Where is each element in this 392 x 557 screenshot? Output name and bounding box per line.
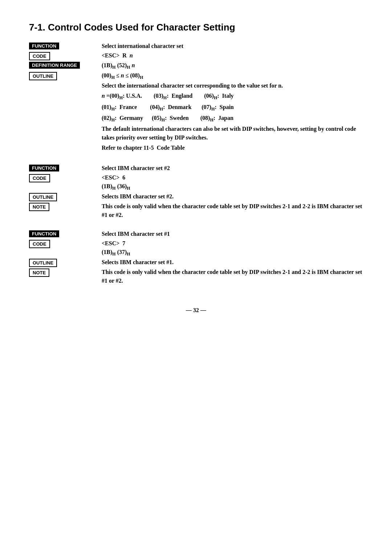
note-row-3: NOTE This code is only valid when the ch… xyxy=(29,268,363,285)
note-label-3: NOTE xyxy=(29,268,102,277)
code-badge-2: CODE xyxy=(29,174,50,182)
outline-label-2: OUTLINE xyxy=(29,192,102,201)
code-label-1: CODE xyxy=(29,51,102,60)
outline-content-3: Selects IBM character set #1. xyxy=(102,258,363,267)
function-row-3: FUNCTION Select IBM character set #1 xyxy=(29,230,363,238)
extra-content-1: Select the international character set c… xyxy=(29,81,363,154)
function-row-1: FUNCTION Select international character … xyxy=(29,42,363,51)
outline-content-1: (00)H ≤ n ≤ (08)H xyxy=(102,71,363,81)
function-content-1: Select international character set xyxy=(102,42,363,51)
outline-badge-1: OUTLINE xyxy=(29,72,57,80)
code-label-3: CODE xyxy=(29,239,102,248)
outline-row-2: OUTLINE Selects IBM character set #2. xyxy=(29,192,363,201)
code-badge-3: CODE xyxy=(29,240,50,248)
note-label-2: NOTE xyxy=(29,202,102,211)
function-badge-1: FUNCTION xyxy=(29,43,59,49)
code-row-3: CODE <ESC> 7 (1B)H (37)H xyxy=(29,239,363,257)
function-badge-2: FUNCTION xyxy=(29,165,59,171)
code-row-1: CODE <ESC> R n xyxy=(29,51,363,60)
outline-label-3: OUTLINE xyxy=(29,258,102,267)
code-content-3: <ESC> 7 (1B)H (37)H xyxy=(102,239,363,257)
function-content-3: Select IBM character set #1 xyxy=(102,230,363,238)
outline-row-1: OUTLINE (00)H ≤ n ≤ (08)H xyxy=(29,71,363,81)
section-1: FUNCTION Select international character … xyxy=(29,42,363,154)
outline-badge-3: OUTLINE xyxy=(29,259,57,267)
note-content-2: This code is only valid when the charact… xyxy=(102,202,363,219)
code-row-2: CODE <ESC> 6 (1B)H (36)H xyxy=(29,173,363,191)
function-label-2: FUNCTION xyxy=(29,164,102,171)
note-content-3: This code is only valid when the charact… xyxy=(102,268,363,285)
code-label-2: CODE xyxy=(29,173,102,182)
defrange-label-1: DEFINITION RANGE xyxy=(29,61,102,69)
code-badge-1: CODE xyxy=(29,52,50,60)
function-label-3: FUNCTION xyxy=(29,230,102,237)
defrange-row-1: DEFINITION RANGE (1B)H (52)H n xyxy=(29,61,363,70)
note-badge-3: NOTE xyxy=(29,269,49,277)
note-badge-2: NOTE xyxy=(29,203,49,211)
outline-row-3: OUTLINE Selects IBM character set #1. xyxy=(29,258,363,267)
defrange-content-1: (1B)H (52)H n xyxy=(102,61,363,70)
code-content-2: <ESC> 6 (1B)H (36)H xyxy=(102,173,363,191)
outline-label-1: OUTLINE xyxy=(29,71,102,80)
extra-text-1: Select the international character set c… xyxy=(102,81,363,154)
code-content-1: <ESC> R n xyxy=(102,51,363,60)
section-2: FUNCTION Select IBM character set #2 COD… xyxy=(29,164,363,219)
defrange-badge-1: DEFINITION RANGE xyxy=(29,62,80,69)
note-row-2: NOTE This code is only valid when the ch… xyxy=(29,202,363,219)
outline-content-2: Selects IBM character set #2. xyxy=(102,192,363,201)
function-row-2: FUNCTION Select IBM character set #2 xyxy=(29,164,363,173)
page-footer: — 32 — xyxy=(29,307,363,314)
section-3: FUNCTION Select IBM character set #1 COD… xyxy=(29,230,363,285)
outline-badge-2: OUTLINE xyxy=(29,193,57,201)
page-title: 7-1. Control Codes Used for Character Se… xyxy=(29,22,363,33)
function-content-2: Select IBM character set #2 xyxy=(102,164,363,173)
function-label-1: FUNCTION xyxy=(29,42,102,49)
function-badge-3: FUNCTION xyxy=(29,230,59,237)
